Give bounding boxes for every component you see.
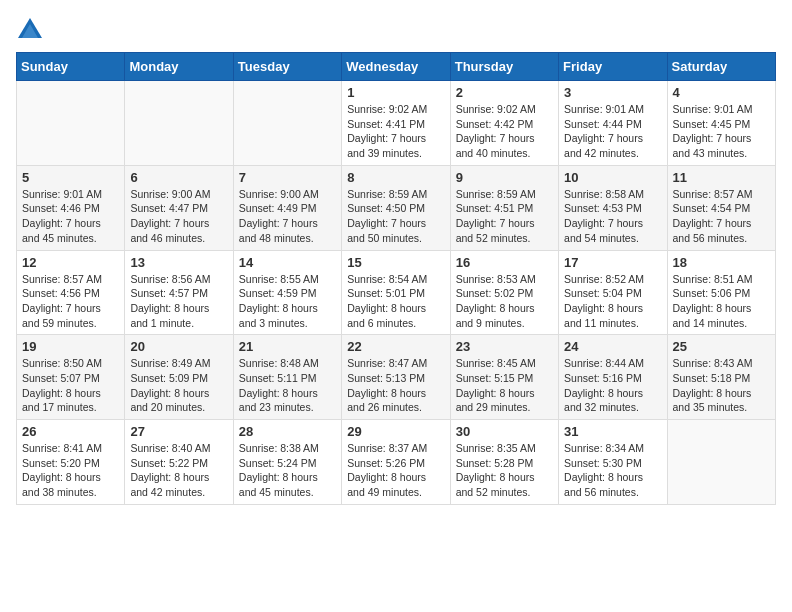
day-number: 5 bbox=[22, 170, 119, 185]
day-number: 26 bbox=[22, 424, 119, 439]
day-info: Sunrise: 8:56 AM Sunset: 4:57 PM Dayligh… bbox=[130, 272, 227, 331]
day-info: Sunrise: 9:02 AM Sunset: 4:42 PM Dayligh… bbox=[456, 102, 553, 161]
calendar-day-cell: 19Sunrise: 8:50 AM Sunset: 5:07 PM Dayli… bbox=[17, 335, 125, 420]
calendar-day-cell: 1Sunrise: 9:02 AM Sunset: 4:41 PM Daylig… bbox=[342, 81, 450, 166]
day-number: 22 bbox=[347, 339, 444, 354]
calendar-day-cell: 14Sunrise: 8:55 AM Sunset: 4:59 PM Dayli… bbox=[233, 250, 341, 335]
calendar-day-cell bbox=[125, 81, 233, 166]
calendar-day-cell: 29Sunrise: 8:37 AM Sunset: 5:26 PM Dayli… bbox=[342, 420, 450, 505]
day-number: 2 bbox=[456, 85, 553, 100]
day-info: Sunrise: 8:55 AM Sunset: 4:59 PM Dayligh… bbox=[239, 272, 336, 331]
calendar-week-row: 19Sunrise: 8:50 AM Sunset: 5:07 PM Dayli… bbox=[17, 335, 776, 420]
logo bbox=[16, 16, 48, 44]
calendar-day-cell: 16Sunrise: 8:53 AM Sunset: 5:02 PM Dayli… bbox=[450, 250, 558, 335]
day-number: 21 bbox=[239, 339, 336, 354]
calendar-day-cell bbox=[233, 81, 341, 166]
calendar-week-row: 1Sunrise: 9:02 AM Sunset: 4:41 PM Daylig… bbox=[17, 81, 776, 166]
calendar-day-cell: 6Sunrise: 9:00 AM Sunset: 4:47 PM Daylig… bbox=[125, 165, 233, 250]
calendar-day-cell: 12Sunrise: 8:57 AM Sunset: 4:56 PM Dayli… bbox=[17, 250, 125, 335]
calendar-day-cell: 5Sunrise: 9:01 AM Sunset: 4:46 PM Daylig… bbox=[17, 165, 125, 250]
day-info: Sunrise: 8:49 AM Sunset: 5:09 PM Dayligh… bbox=[130, 356, 227, 415]
day-number: 8 bbox=[347, 170, 444, 185]
day-info: Sunrise: 8:58 AM Sunset: 4:53 PM Dayligh… bbox=[564, 187, 661, 246]
day-info: Sunrise: 8:50 AM Sunset: 5:07 PM Dayligh… bbox=[22, 356, 119, 415]
day-of-week-header: Tuesday bbox=[233, 53, 341, 81]
day-number: 17 bbox=[564, 255, 661, 270]
day-number: 25 bbox=[673, 339, 770, 354]
day-info: Sunrise: 9:01 AM Sunset: 4:45 PM Dayligh… bbox=[673, 102, 770, 161]
calendar-day-cell bbox=[17, 81, 125, 166]
calendar-day-cell: 10Sunrise: 8:58 AM Sunset: 4:53 PM Dayli… bbox=[559, 165, 667, 250]
calendar-day-cell: 9Sunrise: 8:59 AM Sunset: 4:51 PM Daylig… bbox=[450, 165, 558, 250]
calendar-day-cell: 18Sunrise: 8:51 AM Sunset: 5:06 PM Dayli… bbox=[667, 250, 775, 335]
day-info: Sunrise: 8:57 AM Sunset: 4:56 PM Dayligh… bbox=[22, 272, 119, 331]
calendar-day-cell: 30Sunrise: 8:35 AM Sunset: 5:28 PM Dayli… bbox=[450, 420, 558, 505]
day-number: 24 bbox=[564, 339, 661, 354]
day-number: 20 bbox=[130, 339, 227, 354]
day-of-week-header: Wednesday bbox=[342, 53, 450, 81]
calendar-week-row: 12Sunrise: 8:57 AM Sunset: 4:56 PM Dayli… bbox=[17, 250, 776, 335]
day-of-week-header: Sunday bbox=[17, 53, 125, 81]
calendar-day-cell: 2Sunrise: 9:02 AM Sunset: 4:42 PM Daylig… bbox=[450, 81, 558, 166]
day-number: 23 bbox=[456, 339, 553, 354]
day-info: Sunrise: 8:59 AM Sunset: 4:51 PM Dayligh… bbox=[456, 187, 553, 246]
day-info: Sunrise: 9:01 AM Sunset: 4:46 PM Dayligh… bbox=[22, 187, 119, 246]
calendar-day-cell: 25Sunrise: 8:43 AM Sunset: 5:18 PM Dayli… bbox=[667, 335, 775, 420]
day-info: Sunrise: 9:02 AM Sunset: 4:41 PM Dayligh… bbox=[347, 102, 444, 161]
day-info: Sunrise: 8:41 AM Sunset: 5:20 PM Dayligh… bbox=[22, 441, 119, 500]
calendar-week-row: 5Sunrise: 9:01 AM Sunset: 4:46 PM Daylig… bbox=[17, 165, 776, 250]
day-info: Sunrise: 8:52 AM Sunset: 5:04 PM Dayligh… bbox=[564, 272, 661, 331]
calendar-header-row: SundayMondayTuesdayWednesdayThursdayFrid… bbox=[17, 53, 776, 81]
day-number: 6 bbox=[130, 170, 227, 185]
day-info: Sunrise: 8:34 AM Sunset: 5:30 PM Dayligh… bbox=[564, 441, 661, 500]
calendar-day-cell bbox=[667, 420, 775, 505]
day-info: Sunrise: 8:37 AM Sunset: 5:26 PM Dayligh… bbox=[347, 441, 444, 500]
calendar-day-cell: 4Sunrise: 9:01 AM Sunset: 4:45 PM Daylig… bbox=[667, 81, 775, 166]
logo-icon bbox=[16, 16, 44, 44]
day-info: Sunrise: 8:40 AM Sunset: 5:22 PM Dayligh… bbox=[130, 441, 227, 500]
day-of-week-header: Monday bbox=[125, 53, 233, 81]
calendar-day-cell: 28Sunrise: 8:38 AM Sunset: 5:24 PM Dayli… bbox=[233, 420, 341, 505]
day-info: Sunrise: 8:57 AM Sunset: 4:54 PM Dayligh… bbox=[673, 187, 770, 246]
day-info: Sunrise: 8:54 AM Sunset: 5:01 PM Dayligh… bbox=[347, 272, 444, 331]
day-number: 7 bbox=[239, 170, 336, 185]
day-info: Sunrise: 8:44 AM Sunset: 5:16 PM Dayligh… bbox=[564, 356, 661, 415]
day-number: 11 bbox=[673, 170, 770, 185]
day-number: 14 bbox=[239, 255, 336, 270]
day-info: Sunrise: 8:48 AM Sunset: 5:11 PM Dayligh… bbox=[239, 356, 336, 415]
day-number: 1 bbox=[347, 85, 444, 100]
calendar-day-cell: 26Sunrise: 8:41 AM Sunset: 5:20 PM Dayli… bbox=[17, 420, 125, 505]
day-info: Sunrise: 8:51 AM Sunset: 5:06 PM Dayligh… bbox=[673, 272, 770, 331]
calendar-day-cell: 11Sunrise: 8:57 AM Sunset: 4:54 PM Dayli… bbox=[667, 165, 775, 250]
day-number: 30 bbox=[456, 424, 553, 439]
calendar-day-cell: 20Sunrise: 8:49 AM Sunset: 5:09 PM Dayli… bbox=[125, 335, 233, 420]
calendar-day-cell: 21Sunrise: 8:48 AM Sunset: 5:11 PM Dayli… bbox=[233, 335, 341, 420]
day-info: Sunrise: 8:43 AM Sunset: 5:18 PM Dayligh… bbox=[673, 356, 770, 415]
calendar-day-cell: 13Sunrise: 8:56 AM Sunset: 4:57 PM Dayli… bbox=[125, 250, 233, 335]
calendar-day-cell: 24Sunrise: 8:44 AM Sunset: 5:16 PM Dayli… bbox=[559, 335, 667, 420]
day-info: Sunrise: 8:47 AM Sunset: 5:13 PM Dayligh… bbox=[347, 356, 444, 415]
day-info: Sunrise: 9:00 AM Sunset: 4:47 PM Dayligh… bbox=[130, 187, 227, 246]
day-number: 12 bbox=[22, 255, 119, 270]
day-info: Sunrise: 9:00 AM Sunset: 4:49 PM Dayligh… bbox=[239, 187, 336, 246]
calendar-day-cell: 17Sunrise: 8:52 AM Sunset: 5:04 PM Dayli… bbox=[559, 250, 667, 335]
day-info: Sunrise: 8:35 AM Sunset: 5:28 PM Dayligh… bbox=[456, 441, 553, 500]
calendar-day-cell: 15Sunrise: 8:54 AM Sunset: 5:01 PM Dayli… bbox=[342, 250, 450, 335]
day-number: 18 bbox=[673, 255, 770, 270]
day-number: 15 bbox=[347, 255, 444, 270]
day-number: 31 bbox=[564, 424, 661, 439]
day-number: 10 bbox=[564, 170, 661, 185]
calendar-day-cell: 3Sunrise: 9:01 AM Sunset: 4:44 PM Daylig… bbox=[559, 81, 667, 166]
day-of-week-header: Saturday bbox=[667, 53, 775, 81]
calendar-table: SundayMondayTuesdayWednesdayThursdayFrid… bbox=[16, 52, 776, 505]
day-number: 29 bbox=[347, 424, 444, 439]
day-info: Sunrise: 8:45 AM Sunset: 5:15 PM Dayligh… bbox=[456, 356, 553, 415]
calendar-day-cell: 7Sunrise: 9:00 AM Sunset: 4:49 PM Daylig… bbox=[233, 165, 341, 250]
day-number: 13 bbox=[130, 255, 227, 270]
calendar-day-cell: 23Sunrise: 8:45 AM Sunset: 5:15 PM Dayli… bbox=[450, 335, 558, 420]
day-number: 27 bbox=[130, 424, 227, 439]
day-of-week-header: Friday bbox=[559, 53, 667, 81]
day-of-week-header: Thursday bbox=[450, 53, 558, 81]
day-number: 28 bbox=[239, 424, 336, 439]
day-number: 19 bbox=[22, 339, 119, 354]
